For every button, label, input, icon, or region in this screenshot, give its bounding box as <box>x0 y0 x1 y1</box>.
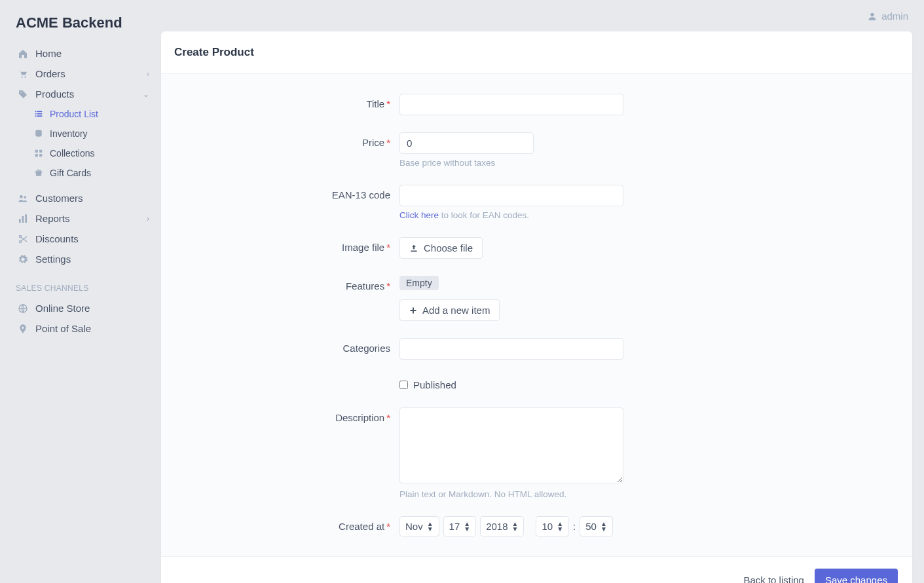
sidebar-item-label: Orders <box>35 68 65 79</box>
ean-help: Click here to look for EAN codes. <box>399 210 805 220</box>
sidebar-item-gift-cards[interactable]: Gift Cards <box>0 163 161 183</box>
sidebar-item-point-of-sale[interactable]: Point of Sale <box>0 318 161 339</box>
sidebar-item-label: Inventory <box>50 128 88 139</box>
user-icon <box>867 11 878 22</box>
sidebar-item-label: Point of Sale <box>35 323 91 334</box>
created-year-select[interactable]: 2018▲▼ <box>480 516 524 536</box>
sidebar-item-label: Gift Cards <box>50 168 91 178</box>
sidebar-item-online-store[interactable]: Online Store <box>0 298 161 318</box>
svg-rect-23 <box>22 216 24 223</box>
ean-input[interactable] <box>399 185 623 206</box>
users-icon <box>16 193 30 204</box>
cart-icon <box>16 69 30 79</box>
chevron-right-icon: › <box>147 214 149 223</box>
svg-rect-24 <box>25 214 27 223</box>
sidebar-item-label: Settings <box>35 254 71 265</box>
sidebar-item-settings[interactable]: Settings <box>0 249 161 269</box>
created-day-select[interactable]: 17▲▼ <box>443 516 477 536</box>
chevron-down-icon: ⌄ <box>143 90 149 99</box>
sidebar-item-label: Product List <box>50 109 98 119</box>
sidebar-item-collections[interactable]: Collections <box>0 143 161 163</box>
image-label: Image file* <box>177 237 399 253</box>
globe-icon <box>16 303 30 314</box>
sidebar-item-label: Products <box>35 88 74 100</box>
svg-rect-4 <box>35 111 37 112</box>
created-month-select[interactable]: Nov▲▼ <box>399 516 439 536</box>
categories-label: Categories <box>177 338 399 354</box>
categories-input[interactable] <box>399 338 623 360</box>
svg-rect-30 <box>411 310 416 311</box>
sidebar-item-label: Online Store <box>35 303 90 314</box>
svg-point-1 <box>22 76 23 77</box>
svg-rect-5 <box>37 111 43 112</box>
published-checkbox[interactable] <box>399 381 408 389</box>
svg-point-0 <box>870 12 874 16</box>
svg-point-20 <box>20 195 23 198</box>
list-icon <box>34 109 46 119</box>
gear-icon <box>16 254 30 265</box>
description-textarea[interactable] <box>399 407 623 483</box>
svg-point-19 <box>39 170 41 171</box>
svg-point-2 <box>24 76 26 77</box>
title-input[interactable] <box>399 94 623 115</box>
price-help: Base price without taxes <box>399 158 805 168</box>
upload-icon <box>409 244 418 253</box>
features-label: Features* <box>177 276 399 292</box>
description-help: Plain text or Markdown. No HTML allowed. <box>399 489 805 499</box>
scissors-icon <box>16 234 30 244</box>
brand-title: ACME Backend <box>0 14 161 43</box>
svg-rect-14 <box>39 154 42 157</box>
sidebar-item-inventory[interactable]: Inventory <box>0 124 161 143</box>
add-item-button[interactable]: Add a new item <box>399 299 500 321</box>
sidebar-item-reports[interactable]: Reports › <box>0 208 161 229</box>
sidebar-item-orders[interactable]: Orders › <box>0 64 161 84</box>
chevron-right-icon: › <box>147 69 149 79</box>
save-changes-button[interactable]: Save changes <box>815 569 898 583</box>
tag-icon <box>16 89 30 100</box>
ean-link[interactable]: Click here <box>399 210 439 220</box>
price-input[interactable] <box>399 132 534 154</box>
svg-point-26 <box>19 240 21 242</box>
created-minute-select[interactable]: 50▲▼ <box>580 516 613 536</box>
sidebar-item-home[interactable]: Home <box>0 43 161 64</box>
back-to-listing-link[interactable]: Back to listing <box>743 574 804 583</box>
sidebar-item-label: Discounts <box>35 233 79 244</box>
sidebar-item-products[interactable]: Products ⌄ <box>0 84 161 104</box>
published-label: Published <box>413 379 456 390</box>
svg-rect-9 <box>37 115 43 117</box>
gift-icon <box>34 168 46 178</box>
create-product-panel: Create Product Title* Price* Base price … <box>161 31 912 583</box>
svg-rect-13 <box>35 154 38 157</box>
svg-rect-28 <box>411 250 416 252</box>
features-empty-badge: Empty <box>399 276 439 290</box>
svg-rect-17 <box>38 172 39 176</box>
ean-label: EAN-13 code <box>177 185 399 200</box>
chart-icon <box>16 214 30 224</box>
svg-rect-12 <box>39 150 42 153</box>
pin-icon <box>16 324 30 334</box>
published-checkbox-wrap[interactable]: Published <box>399 377 805 390</box>
description-label: Description* <box>177 407 399 423</box>
created-hour-select[interactable]: 10▲▼ <box>536 516 569 536</box>
svg-rect-6 <box>35 113 37 115</box>
sidebar-item-label: Home <box>35 48 62 59</box>
title-label: Title* <box>177 94 399 109</box>
choose-file-button[interactable]: Choose file <box>399 237 483 259</box>
sidebar-section-label: SALES CHANNELS <box>0 269 161 298</box>
admin-user-menu[interactable]: admin <box>867 10 908 22</box>
grid-icon <box>34 149 46 158</box>
sidebar-item-label: Customers <box>35 193 83 204</box>
admin-user-label: admin <box>881 10 908 22</box>
plus-icon <box>409 307 417 314</box>
sidebar: ACME Backend Home Orders › Products ⌄ Pr… <box>0 0 161 583</box>
svg-rect-22 <box>19 219 21 223</box>
sidebar-item-customers[interactable]: Customers <box>0 188 161 208</box>
price-label: Price* <box>177 132 399 148</box>
sidebar-item-discounts[interactable]: Discounts <box>0 229 161 249</box>
sidebar-item-product-list[interactable]: Product List <box>0 104 161 124</box>
svg-rect-7 <box>37 113 43 115</box>
created-at-label: Created at* <box>177 516 399 532</box>
svg-point-18 <box>37 170 38 171</box>
svg-rect-8 <box>35 115 37 117</box>
sidebar-item-label: Reports <box>35 213 70 224</box>
